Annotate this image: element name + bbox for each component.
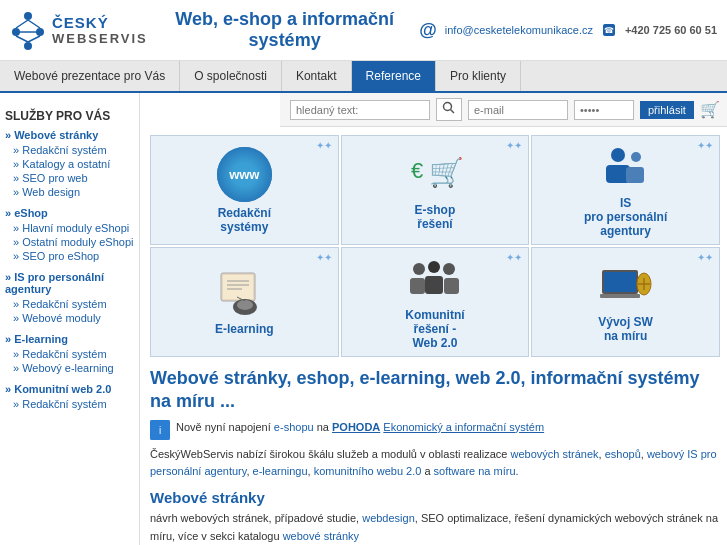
nav-item-ospolecnosti[interactable]: O společnosti: [180, 61, 282, 91]
service-is[interactable]: ✦✦ ISpro personálníagentury: [531, 135, 720, 245]
main-body: SLUŽBY PRO VÁS Webové stránky Redakční s…: [0, 93, 727, 545]
nav-item-webove[interactable]: Webové prezentace pro Vás: [0, 61, 180, 91]
email-input[interactable]: [468, 100, 568, 120]
desc2-link-webdesign[interactable]: webdesign: [362, 512, 415, 524]
svg-point-25: [237, 300, 253, 310]
nav-item-kontakt[interactable]: Kontakt: [282, 61, 352, 91]
main-heading: Webové stránky, eshop, e-learning, web 2…: [150, 367, 720, 414]
news-link-eis[interactable]: Ekonomický a informační systém: [383, 421, 544, 433]
svg-point-28: [428, 261, 440, 273]
nav-item-reference[interactable]: Reference: [352, 61, 436, 91]
sidebar-item-hlavni-moduly[interactable]: Hlavní moduly eShopi: [5, 221, 134, 235]
people-svg: [598, 143, 653, 191]
searchbar: přihlásit 🛒: [280, 93, 727, 127]
sidebar-item-katalogy[interactable]: Katalogy a ostatní: [5, 157, 134, 171]
search-icon: [442, 101, 456, 115]
svg-rect-20: [223, 275, 253, 299]
service-label-is: ISpro personálníagentury: [584, 196, 667, 238]
cart-icon[interactable]: 🛒: [700, 100, 720, 119]
cart-euro-svg: € 🛒: [407, 150, 462, 198]
svg-point-3: [24, 42, 32, 50]
elearning-icon: [214, 268, 274, 318]
komunitni-icon: [405, 254, 465, 304]
svg-line-7: [28, 36, 40, 42]
sidebar-item-redakcni-kw[interactable]: Redakční systém: [5, 397, 134, 411]
svg-rect-32: [444, 278, 459, 294]
service-komunitni[interactable]: ✦✦ Komunitnířešení -Web 2.0: [341, 247, 530, 357]
header: ČESKÝ WEBSERVIS Web, e-shop a informační…: [0, 0, 727, 61]
nav-item-proklienty[interactable]: Pro klienty: [436, 61, 521, 91]
desc2-link-webove[interactable]: webové stránky: [283, 530, 359, 542]
news-icon: i: [150, 420, 170, 440]
service-label-komunitni: Komunitnířešení -Web 2.0: [405, 308, 464, 350]
svg-text:€: €: [411, 158, 423, 183]
sidebar: SLUŽBY PRO VÁS Webové stránky Redakční s…: [0, 93, 140, 545]
desc1-link-software[interactable]: software na míru: [434, 465, 516, 477]
sidebar-section5-komunitni[interactable]: Komunitní web 2.0: [5, 381, 134, 397]
svg-text:🛒: 🛒: [429, 156, 462, 189]
svg-point-16: [631, 152, 641, 162]
svg-point-11: [444, 103, 452, 111]
service-vyvoj[interactable]: ✦✦ Vývoj SWna míru: [531, 247, 720, 357]
service-elearning[interactable]: ✦✦ E-learning: [150, 247, 339, 357]
desc-text-2: návrh webových stránek, případové studie…: [150, 510, 720, 545]
logo-area: ČESKÝ WEBSERVIS: [10, 8, 150, 52]
search-button[interactable]: [436, 98, 462, 121]
sidebar-item-seo-eshop[interactable]: SEO pro eShop: [5, 249, 134, 263]
desc1-link-webove[interactable]: webových stránek: [511, 448, 599, 460]
service-label-eshop: E-shopřešení: [415, 203, 456, 231]
sidebar-item-redakcni[interactable]: Redakční systém: [5, 143, 134, 157]
eshop-icon: € 🛒: [405, 149, 465, 199]
sidebar-section3-is[interactable]: IS pro personální agentury: [5, 269, 134, 297]
nav: Webové prezentace pro Vás O společnosti …: [0, 61, 727, 93]
sidebar-item-webdesign[interactable]: Web design: [5, 185, 134, 199]
service-redakcni[interactable]: ✦✦ www Redakčnísystémy: [150, 135, 339, 245]
sidebar-item-webove-stranky[interactable]: Webové stránky: [5, 127, 134, 143]
deco-icon-2: ✦✦: [506, 140, 522, 151]
is-icon: [596, 142, 656, 192]
sidebar-item-redakcni-el[interactable]: Redakční systém: [5, 347, 134, 361]
sidebar-item-seo-web[interactable]: SEO pro web: [5, 171, 134, 185]
logo-text: ČESKÝ WEBSERVIS: [52, 14, 148, 46]
desc1-link-eshop[interactable]: eshopů: [605, 448, 641, 460]
sidebar-item-ostatni-moduly[interactable]: Ostatní moduly eShopi: [5, 235, 134, 249]
svg-rect-31: [425, 276, 443, 294]
desc1-link-elearning[interactable]: e-learningu: [253, 465, 308, 477]
tagline: Web, e-shop a informační systémy: [150, 9, 419, 51]
svg-rect-35: [600, 294, 640, 298]
sidebar-section2-eshop[interactable]: eShop: [5, 205, 134, 221]
desc1-text6: .: [516, 465, 519, 477]
svg-rect-18: [626, 167, 644, 183]
svg-point-0: [24, 12, 32, 20]
service-label-redakcni: Redakčnísystémy: [218, 206, 271, 234]
service-eshop[interactable]: ✦✦ € 🛒 E-shopřešení: [341, 135, 530, 245]
section-heading-webove: Webové stránky: [150, 489, 720, 506]
sidebar-section1-title: SLUŽBY PRO VÁS: [5, 109, 134, 123]
sidebar-section4-elearning[interactable]: E-learning: [5, 331, 134, 347]
news-item: i Nově nyní napojení e-shopu na POHODA E…: [150, 419, 720, 440]
news-icon-svg: i: [150, 420, 170, 440]
search-input[interactable]: [290, 100, 430, 120]
sidebar-item-webovy-elearning[interactable]: Webový e-learning: [5, 361, 134, 375]
deco-icon-4: ✦✦: [316, 252, 332, 263]
www-icon: www: [217, 147, 272, 202]
news-text-na: na: [314, 421, 332, 433]
news-text-pre: Nově nyní napojení: [176, 421, 274, 433]
news-link-pohoda[interactable]: POHODA: [332, 421, 380, 433]
sidebar-item-redakcni-is[interactable]: Redakční systém: [5, 297, 134, 311]
deco-icon-6: ✦✦: [697, 252, 713, 263]
news-link-eshop[interactable]: e-shopu: [274, 421, 314, 433]
group-svg: [407, 255, 462, 303]
desc1-link-komunitni[interactable]: komunitního webu 2.0: [314, 465, 422, 477]
svg-point-27: [413, 263, 425, 275]
sidebar-item-webove-moduly[interactable]: Webové moduly: [5, 311, 134, 325]
password-input[interactable]: [574, 100, 634, 120]
login-button[interactable]: přihlásit: [640, 101, 694, 119]
news-text: Nově nyní napojení e-shopu na POHODA Eko…: [176, 419, 544, 436]
content-area: ✦✦ www Redakčnísystémy ✦✦ € 🛒 E: [140, 127, 727, 545]
logo-top: ČESKÝ: [52, 14, 148, 31]
laptop-key-svg: [598, 262, 653, 310]
desc1-pre: ČeskýWebServis nabízí širokou škálu služ…: [150, 448, 511, 460]
desc2-pre: návrh webových stránek, případové studie…: [150, 512, 362, 524]
deco-icon-5: ✦✦: [506, 252, 522, 263]
